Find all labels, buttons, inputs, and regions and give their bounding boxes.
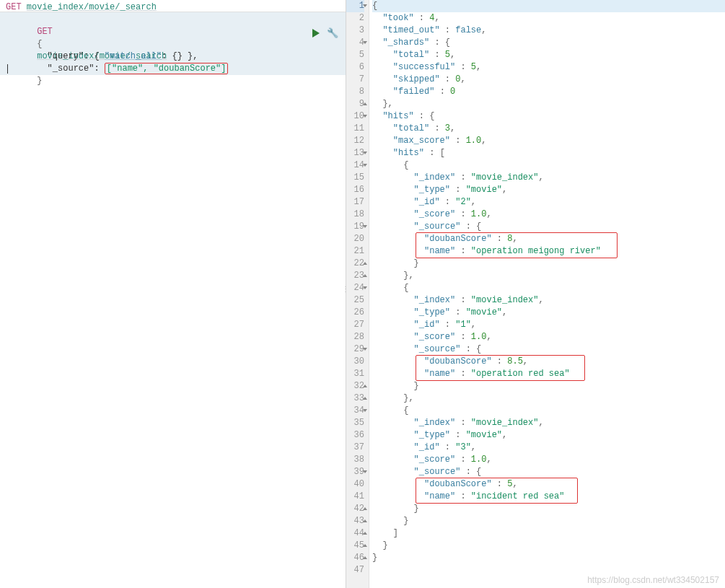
code-line: } (372, 540, 725, 552)
code-line: "skipped" : 0, (372, 74, 725, 86)
code-line: ] (372, 527, 725, 540)
line-number[interactable]: 43 (346, 515, 364, 527)
code-line: "_type" : "movie", (372, 307, 725, 319)
code-line: "timed_out" : false, (372, 25, 725, 37)
code-line: } (372, 258, 725, 270)
code-line: "_index" : "movie_index", (372, 417, 725, 429)
line-number: 25 (346, 294, 364, 307)
line-number: 2 (346, 12, 364, 25)
code-line: } (372, 552, 725, 564)
response-code[interactable]: { "took" : 4, "timed_out" : false, "_sha… (369, 0, 725, 588)
line-number: 21 (346, 245, 364, 258)
code-line: "name" : "operation meigong river" (372, 245, 725, 258)
response-viewer: 1 2 3 4 5 6 7 8 9 10 11 12 13 14 15 16 1… (346, 0, 725, 588)
line-number[interactable]: 4 (346, 37, 364, 49)
line-gutter: 1 2 3 4 5 6 7 8 9 10 11 12 13 14 15 16 1… (346, 0, 369, 588)
line-number[interactable]: 14 (346, 159, 364, 172)
code-line: "name" : "incident red sea" (372, 491, 725, 503)
line-number: 26 (346, 307, 364, 319)
line-number[interactable]: 34 (346, 405, 364, 417)
line-number: 35 (346, 417, 364, 429)
line-number[interactable]: 44 (346, 527, 364, 540)
code-line: }, (372, 270, 725, 282)
code-line: "name" : "operation red sea" (372, 368, 725, 380)
line-number: 41 (346, 491, 364, 503)
watermark: https://blog.csdn.net/wt334502157 (587, 575, 719, 585)
line-number: 38 (346, 454, 364, 466)
brace-close: } (37, 76, 42, 86)
query-block[interactable]: GET movie_index/movie/_search { "query":… (0, 12, 346, 75)
code-line: } (372, 503, 725, 515)
code-line: "_score" : 1.0, (372, 331, 725, 343)
code-line: { (372, 405, 725, 417)
line-number[interactable]: 1 (346, 0, 364, 12)
code-line: "doubanScore" : 8.5, (372, 356, 725, 368)
line-number[interactable]: 10 (346, 110, 364, 123)
code-line: "_index" : "movie_index", (372, 294, 725, 307)
code-line: "_id" : "2", (372, 196, 725, 209)
line-number: 16 (346, 184, 364, 196)
code-line: "successful" : 5, (372, 61, 725, 74)
code-line: } (372, 515, 725, 527)
line-number[interactable]: 22 (346, 258, 364, 270)
line-number[interactable]: 13 (346, 147, 364, 159)
line-number: 18 (346, 209, 364, 221)
code-line: "failed" : 0 (372, 86, 725, 98)
request-editor: GET movie_index/movie/_search GET movie_… (0, 0, 346, 588)
line-number: 12 (346, 135, 364, 147)
line-number: 28 (346, 331, 364, 343)
line-number: 40 (346, 478, 364, 491)
request-path: movie_index/movie/_search (27, 2, 157, 12)
code-line: "doubanScore" : 8, (372, 233, 725, 245)
code-line: { (372, 282, 725, 294)
code-line: }, (372, 98, 725, 110)
code-line: "_id" : "1", (372, 319, 725, 331)
code-line: { (372, 0, 725, 12)
line-number[interactable]: 24 (346, 282, 364, 294)
code-line: } (372, 380, 725, 392)
line-number: 11 (346, 123, 364, 135)
line-number: 15 (346, 172, 364, 184)
line-number: 3 (346, 25, 364, 37)
code-line: "_score" : 1.0, (372, 454, 725, 466)
line-number: 6 (346, 61, 364, 74)
code-line: "hits" : { (372, 110, 725, 123)
line-number[interactable]: 33 (346, 392, 364, 405)
line-number[interactable]: 19 (346, 221, 364, 233)
line-number: 5 (346, 49, 364, 61)
line-number[interactable]: 42 (346, 503, 364, 515)
query-actions: 🔧 (312, 27, 338, 39)
code-line: "max_score" : 1.0, (372, 135, 725, 147)
line-number: 27 (346, 319, 364, 331)
line-number: 30 (346, 356, 364, 368)
code-line: "took" : 4, (372, 12, 725, 25)
line-number[interactable]: 46 (346, 552, 364, 564)
line-number[interactable]: 23 (346, 270, 364, 282)
code-line: "doubanScore" : 5, (372, 478, 725, 491)
code-line: "_shards" : { (372, 37, 725, 49)
line-number[interactable]: 39 (346, 466, 364, 478)
code-line: "_type" : "movie", (372, 429, 725, 442)
line-number[interactable]: 29 (346, 343, 364, 356)
line-number: 37 (346, 442, 364, 454)
line-number[interactable]: 9 (346, 98, 364, 110)
line-number[interactable]: 32 (346, 380, 364, 392)
line-number: 31 (346, 368, 364, 380)
code-line: }, (372, 392, 725, 405)
code-line: "_index" : "movie_index", (372, 172, 725, 184)
line-number: 36 (346, 429, 364, 442)
code-line: "total" : 3, (372, 123, 725, 135)
line-number: 7 (346, 74, 364, 86)
code-line: "_type" : "movie", (372, 184, 725, 196)
code-line: { (372, 159, 725, 172)
line-number[interactable]: 45 (346, 540, 364, 552)
line-number: 17 (346, 196, 364, 209)
run-query-button[interactable] (312, 29, 320, 38)
code-line: "_source" : { (372, 466, 725, 478)
code-line: "_id" : "3", (372, 442, 725, 454)
line-number: 47 (346, 564, 364, 576)
editor-header-line[interactable]: GET movie_index/movie/_search (0, 0, 346, 12)
query-options-button[interactable]: 🔧 (327, 27, 338, 39)
code-line: "_score" : 1.0, (372, 209, 725, 221)
code-line: "_source" : { (372, 221, 725, 233)
